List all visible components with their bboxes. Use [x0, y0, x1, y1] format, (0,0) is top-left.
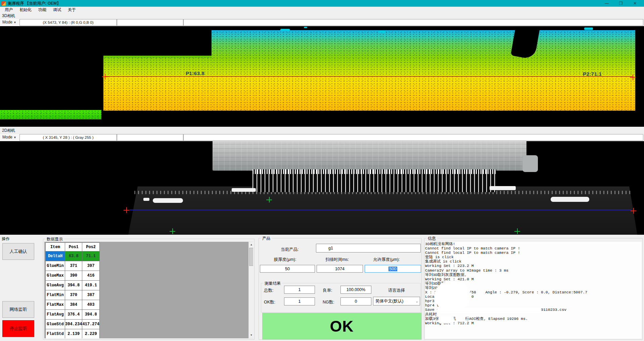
- scan-time-input[interactable]: 1074: [317, 265, 363, 273]
- current-product-label: 当前产品:: [281, 247, 298, 252]
- connector-pin-row: [252, 169, 496, 174]
- scroll-down-icon[interactable]: ▼: [249, 333, 253, 338]
- log-line: Working Set : 712.2 M: [425, 321, 642, 325]
- log-line: 集成调试 is click: [425, 259, 642, 264]
- pixel-info-3d: (X 5473, Y 84) : (R 0,G 0,B 0): [19, 19, 117, 26]
- close-button[interactable]: ✕: [628, 0, 642, 7]
- manual-confirm-button[interactable]: 人工确认: [2, 243, 34, 260]
- measure-cross-left: [102, 74, 108, 79]
- item-cell: FlatMax: [46, 300, 65, 310]
- chevron-down-icon: ⌄: [416, 299, 418, 303]
- redaction-blob: [434, 281, 470, 310]
- log-line: 3D相机没有网络!: [425, 242, 642, 246]
- table-row[interactable]: GlueAvg394.8419.1: [46, 281, 100, 290]
- p2-annotation: P2:71.1: [583, 71, 602, 77]
- yield-input[interactable]: 100.000%: [340, 286, 371, 294]
- camera3d-viewport[interactable]: P1:63.8 P2:71.1: [0, 26, 644, 127]
- language-select[interactable]: 简体中文(默认) ⌄: [373, 297, 420, 305]
- film-thickness-input[interactable]: 50: [260, 265, 315, 273]
- app-icon: [1, 1, 6, 6]
- camera2d-label: 2D相机: [2, 128, 15, 133]
- scan-time-label: 扫描时间ms:: [325, 257, 349, 263]
- value-cell: 63.8: [65, 251, 82, 261]
- menu-item-2[interactable]: 初始化: [16, 7, 35, 13]
- value-cell: 403: [82, 300, 99, 310]
- measurement-line-3d: [105, 76, 633, 77]
- total-input[interactable]: 1: [284, 286, 315, 294]
- noise-speck: [304, 27, 307, 28]
- table-column-header: Pos1: [65, 243, 82, 251]
- table-scrollbar[interactable]: ▲ ▼: [248, 242, 253, 338]
- window-title: 测厚程序 【当前用户: OEM】: [8, 1, 61, 6]
- scrollbar-thumb[interactable]: [249, 248, 253, 266]
- value-cell: 397: [82, 261, 99, 271]
- log-line: 等到3D取到灰度图数据。: [425, 273, 642, 277]
- table-row[interactable]: FlatStd2.1392.229: [46, 329, 100, 339]
- network-listen-button[interactable]: 网络监听: [2, 301, 34, 318]
- noise-speck: [379, 31, 385, 33]
- table-row[interactable]: DeltaH63.871.1: [46, 251, 100, 261]
- log-line: Working Set : 223.2 M: [425, 264, 642, 268]
- heightmap-left-strip: [0, 110, 101, 119]
- allow-thickness-input[interactable]: 500: [365, 265, 421, 273]
- menu-item-1[interactable]: 用户: [1, 7, 16, 13]
- white-segment: [490, 186, 516, 190]
- log-line: CameraIV array to HImage time : 3 ms: [425, 268, 642, 273]
- glue-blob: [153, 198, 183, 203]
- stop-listen-button[interactable]: 停止监听: [2, 320, 34, 337]
- menu-bar: 用户初始化功能调试关于: [0, 7, 644, 13]
- mode-dropdown-3d[interactable]: Mode▼: [1, 19, 18, 25]
- ok-count-label: OK数:: [264, 299, 275, 305]
- glue-blob: [143, 198, 149, 201]
- measurement-line-2d: [130, 210, 631, 210]
- camera2d-viewport[interactable]: [0, 141, 644, 235]
- heightmap-bottom-slab: [103, 76, 635, 111]
- window-controls: — ❐ ✕: [600, 0, 642, 7]
- toolbar-box-2d-long: [183, 134, 643, 141]
- item-cell: GlueStd: [46, 320, 65, 329]
- value-cell: 416: [82, 271, 99, 281]
- item-cell: GlueAvg: [46, 281, 65, 290]
- minimize-button[interactable]: —: [600, 0, 614, 7]
- menu-item-5[interactable]: 关于: [64, 7, 79, 13]
- product-panel: 产品 当前产品: g1 膜厚度(μm): 扫描时间ms: 允许厚度(μm): 5…: [259, 238, 422, 340]
- table-row[interactable]: FlatAvg376.4394.8: [46, 310, 100, 320]
- locate-cross-green: [514, 228, 520, 234]
- redaction-blob: [437, 308, 542, 313]
- titlebar: 测厚程序 【当前用户: OEM】 — ❐ ✕: [0, 0, 644, 7]
- value-cell: 419.1: [82, 281, 99, 290]
- heightmap-left-shoulder: [103, 56, 212, 58]
- table-row[interactable]: FlatMax384403: [46, 300, 100, 310]
- ok-count-input[interactable]: 1: [284, 297, 315, 305]
- menu-item-4[interactable]: 调试: [50, 7, 64, 13]
- table-row[interactable]: FlatMin370387: [46, 290, 100, 300]
- allow-thickness-label: 允许厚度(μm):: [373, 257, 400, 263]
- value-cell: 2.229: [82, 329, 99, 339]
- mode-dropdown-2d[interactable]: Mode▼: [1, 134, 18, 140]
- data-display-label: 数据显示: [45, 236, 64, 242]
- log-line: Cannot find local IP to match camera IP …: [425, 246, 642, 250]
- value-cell: 384: [65, 300, 82, 310]
- info-panel: 信息 3D相机没有网络!Cannot find local IP to matc…: [424, 238, 643, 340]
- measure-cross-right-2d: [631, 208, 636, 214]
- table-row[interactable]: GlueMax390416: [46, 271, 100, 281]
- maximize-button[interactable]: ❐: [614, 0, 628, 7]
- yield-label: 良率:: [323, 288, 332, 293]
- table-row[interactable]: GlueMin371397: [46, 261, 100, 271]
- value-cell: 417.274: [82, 320, 99, 329]
- log-line: 登陆 is click: [425, 255, 642, 259]
- white-segment: [232, 188, 256, 192]
- toolbar-box-2d: [117, 134, 183, 141]
- item-cell: FlatAvg: [46, 310, 65, 320]
- item-cell: GlueMin: [46, 261, 65, 271]
- table-row[interactable]: GlueStd394.234417.274: [46, 320, 100, 329]
- menu-item-3[interactable]: 功能: [35, 7, 50, 13]
- pcb-texture: [213, 141, 526, 171]
- current-product-input[interactable]: g1: [316, 244, 421, 252]
- noise-speck: [280, 29, 290, 31]
- glue-blob: [551, 197, 589, 202]
- ng-count-input[interactable]: 0: [340, 297, 371, 305]
- scroll-up-icon[interactable]: ▲: [249, 242, 253, 247]
- status-banner: OK: [262, 313, 421, 340]
- measure-cross-right: [630, 74, 636, 80]
